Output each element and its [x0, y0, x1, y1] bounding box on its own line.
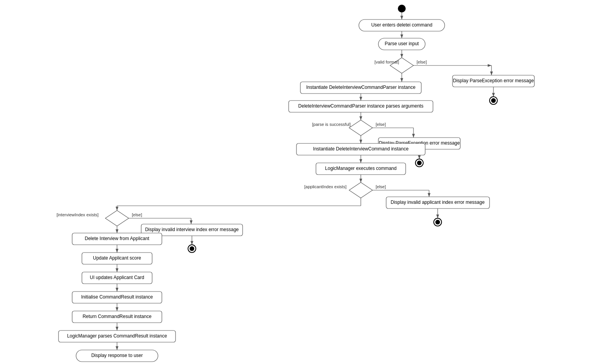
label-parse-success: [parse is successful] [312, 122, 351, 127]
diagram-container: User enters deletei command Parse user i… [0, 0, 605, 364]
label-else2: [else] [376, 122, 386, 127]
node-instantiate-command-label: Instantiate DeleteInterviewCommand insta… [313, 146, 409, 152]
node-user-enters-label: User enters deletei command [371, 22, 433, 28]
label-else1: [else] [417, 60, 427, 64]
end-node-2-inner [417, 161, 422, 165]
label-applicant-exists: [applicantIndex exists] [304, 184, 346, 189]
diamond-4 [105, 210, 129, 226]
node-inv-int-label: Display invalid interview index error me… [145, 227, 239, 232]
end-node-inv-app-inner [435, 220, 440, 224]
end-node-1-inner [491, 98, 496, 103]
start-node [398, 5, 406, 12]
node-init-result-label: Initialise CommandResult instance [81, 294, 153, 300]
node-parse-err1-label: Display ParseException error message [453, 78, 534, 83]
diamond-2 [349, 120, 373, 136]
node-parse-result-label: LogicManager parses CommandResult instan… [67, 333, 167, 339]
node-display-response-label: Display response to user [91, 353, 143, 358]
node-instantiate-parser-label: Instantiate DeleteInterviewCommandParser… [306, 85, 415, 90]
node-logic-executes-label: LogicManager executes command [325, 166, 396, 171]
end-node-inv-int-inner [190, 246, 194, 251]
label-valid-format: [valid format] [374, 60, 399, 64]
node-parse-label: Parse user input [385, 41, 419, 46]
label-interview-exists: [interviewIndex exists] [57, 212, 99, 217]
label-else4: [else] [132, 212, 142, 217]
node-parser-parses-label: DeleteInterviewCommandParser instance pa… [298, 103, 424, 109]
label-else3: [else] [376, 184, 386, 189]
node-inv-app-label: Display invalid applicant index error me… [391, 200, 485, 205]
node-ui-update-label: UI updates Applicant Card [90, 275, 144, 280]
diamond-3 [349, 182, 373, 198]
node-delete-interview-label: Delete Interview from Applicant [85, 236, 149, 241]
node-return-result-label: Return CommandResult instance [83, 314, 152, 319]
node-update-score-label: Update Applicant score [93, 255, 141, 261]
